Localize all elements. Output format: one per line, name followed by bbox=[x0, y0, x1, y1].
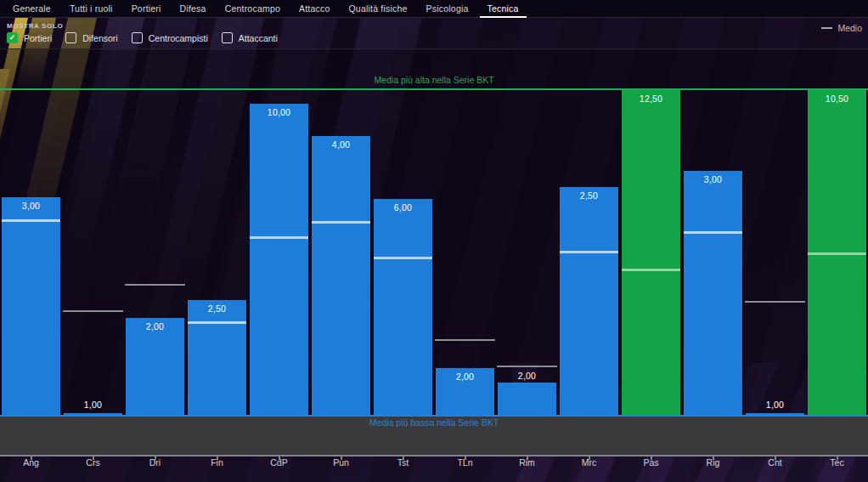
medio-line-tst bbox=[374, 257, 432, 259]
value-label-mrc: 2,50 bbox=[558, 190, 620, 201]
medio-line-crs bbox=[63, 310, 123, 312]
medio-line-pun bbox=[312, 221, 370, 224]
filter-label: Attaccanti bbox=[239, 33, 278, 43]
tab-generale[interactable]: Generale bbox=[3, 0, 60, 17]
checked-checkbox-icon[interactable]: ✓ bbox=[7, 32, 18, 43]
app-root: GeneraleTutti i ruoliPortieriDifesaCentr… bbox=[0, 0, 868, 482]
tab-tecnica[interactable]: Tecnica bbox=[478, 0, 528, 17]
value-label-rig: 3,00 bbox=[682, 174, 744, 184]
category-label-pun: Pun bbox=[310, 457, 372, 468]
tab-difesa[interactable]: Difesa bbox=[171, 0, 216, 17]
medio-legend: Medio bbox=[821, 23, 862, 33]
bar-rig[interactable] bbox=[684, 171, 742, 415]
filter-label: Centrocampisti bbox=[149, 33, 208, 43]
medio-line-cnt bbox=[745, 301, 805, 303]
category-label-cnt: Cnt bbox=[744, 457, 806, 468]
value-label-cdp: 10,00 bbox=[248, 107, 310, 117]
value-label-ang: 3,00 bbox=[0, 201, 62, 211]
bar-mrc[interactable] bbox=[560, 187, 618, 415]
category-label-cdp: CdP bbox=[248, 457, 310, 468]
medio-line-ang bbox=[2, 219, 60, 222]
bar-pas[interactable] bbox=[622, 90, 680, 415]
value-label-dri: 2,00 bbox=[124, 321, 186, 332]
bar-cdp[interactable] bbox=[250, 104, 308, 415]
medio-line-mrc bbox=[560, 251, 618, 253]
medio-line-rig bbox=[684, 231, 742, 234]
bar-fin[interactable] bbox=[188, 300, 246, 415]
show-only-heading: MOSTRA SOLO bbox=[7, 22, 63, 30]
league-max-label: Media più alta nella Serie BKT bbox=[0, 75, 868, 85]
bar-tst[interactable] bbox=[374, 199, 432, 415]
filter-checkbox-centrocampisti[interactable]: Centrocampisti bbox=[132, 32, 208, 43]
tab-tutti-i-ruoli[interactable]: Tutti i ruoli bbox=[60, 0, 122, 17]
league-max-line bbox=[0, 88, 868, 90]
filter-checkbox-attaccanti[interactable]: Attaccanti bbox=[222, 32, 278, 43]
category-label-pas: Pas bbox=[620, 457, 682, 468]
league-min-label: Media più bassa nella Serie BKT bbox=[0, 417, 868, 428]
value-label-pas: 12,50 bbox=[620, 94, 682, 104]
checkmark-icon: ✓ bbox=[9, 34, 16, 42]
tab-bar: GeneraleTutti i ruoliPortieriDifesaCentr… bbox=[0, 0, 868, 18]
medio-line-dri bbox=[125, 284, 185, 286]
medio-line-swatch-icon bbox=[821, 27, 832, 29]
value-label-cnt: 1,00 bbox=[744, 400, 806, 410]
medio-line-tec bbox=[808, 252, 866, 255]
tab-portieri[interactable]: Portieri bbox=[122, 0, 171, 17]
unchecked-checkbox-icon[interactable] bbox=[222, 32, 233, 43]
category-label-fin: Fin bbox=[186, 457, 248, 468]
category-label-rig: Rig bbox=[682, 457, 744, 468]
filter-checkbox-portieri[interactable]: ✓Portieri bbox=[7, 32, 52, 43]
category-label-tst: Tst bbox=[372, 457, 434, 468]
tab-centrocampo[interactable]: Centrocampo bbox=[216, 0, 290, 17]
attribute-bar-chart: Media più alta nella Serie BKT 3,001,002… bbox=[0, 0, 868, 482]
medio-line-tln bbox=[435, 339, 495, 341]
category-label-tec: Tec bbox=[806, 457, 868, 468]
medio-line-fin bbox=[188, 321, 246, 324]
value-label-rim: 2,00 bbox=[496, 371, 558, 381]
value-label-tst: 6,00 bbox=[372, 202, 434, 213]
separator bbox=[0, 48, 868, 49]
category-label-ang: Ang bbox=[0, 457, 62, 468]
medio-legend-label: Medio bbox=[837, 23, 862, 33]
medio-line-pas bbox=[622, 269, 680, 271]
role-filter-checkboxes: ✓PortieriDifensoriCentrocampistiAttaccan… bbox=[7, 32, 278, 43]
category-label-mrc: Mrc bbox=[558, 457, 620, 468]
value-label-tln: 2,00 bbox=[434, 371, 496, 382]
bar-dri[interactable] bbox=[126, 318, 184, 415]
unchecked-checkbox-icon[interactable] bbox=[65, 32, 76, 43]
category-label-dri: Dri bbox=[124, 457, 186, 468]
filter-checkbox-difensori[interactable]: Difensori bbox=[65, 32, 117, 43]
x-axis-line bbox=[0, 455, 868, 456]
bar-ang[interactable] bbox=[2, 197, 60, 415]
filter-label: Portieri bbox=[24, 33, 52, 43]
tab-psicologia[interactable]: Psicologia bbox=[417, 0, 478, 17]
value-label-tec: 10,50 bbox=[806, 94, 868, 104]
value-label-fin: 2,50 bbox=[186, 303, 248, 314]
category-label-crs: Crs bbox=[62, 457, 124, 468]
category-label-rim: Rim bbox=[496, 457, 558, 468]
filter-bar: MOSTRA SOLO ✓PortieriDifensoriCentrocamp… bbox=[0, 18, 868, 48]
bar-rim[interactable] bbox=[498, 383, 556, 415]
category-label-tln: TLn bbox=[434, 457, 496, 468]
filter-label: Difensori bbox=[82, 33, 117, 43]
medio-line-cdp bbox=[250, 236, 308, 239]
value-label-pun: 4,00 bbox=[310, 139, 372, 150]
tab-qualita-fisiche[interactable]: Qualità fisiche bbox=[339, 0, 416, 17]
medio-line-rim bbox=[497, 366, 557, 367]
value-label-crs: 1,00 bbox=[62, 400, 124, 410]
tab-attacco[interactable]: Attacco bbox=[290, 0, 340, 17]
bar-pun[interactable] bbox=[312, 136, 370, 415]
unchecked-checkbox-icon[interactable] bbox=[132, 32, 143, 43]
